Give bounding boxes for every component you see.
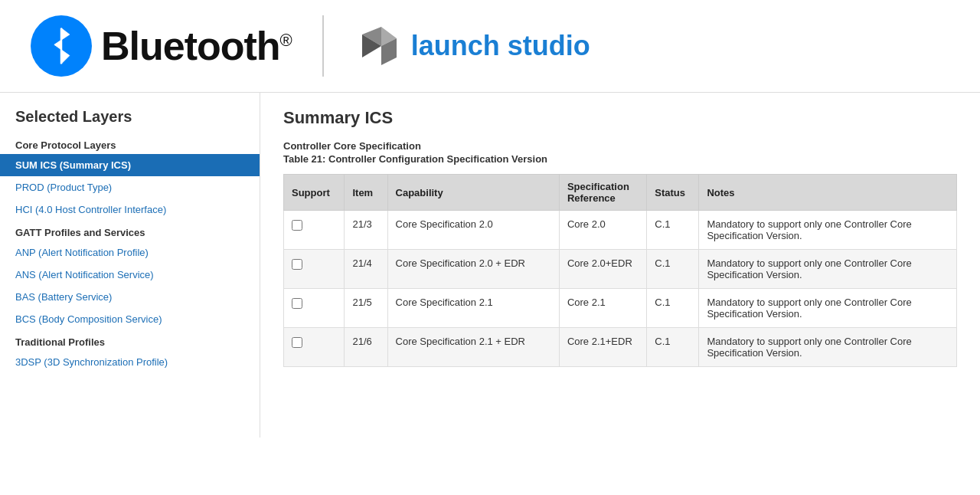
col-header-specref: Specification Reference [559, 175, 646, 211]
launch-studio-text: launch studio [411, 30, 590, 62]
cell-support-3 [284, 328, 345, 367]
cell-capability-1: Core Specification 2.0 + EDR [387, 250, 559, 289]
cell-item-0: 21/3 [345, 211, 387, 250]
sidebar-title: Selected Layers [0, 108, 260, 133]
content-area: Summary ICS Controller Core Specificatio… [260, 93, 980, 438]
cell-status-1: C.1 [647, 250, 699, 289]
cell-status-3: C.1 [647, 328, 699, 367]
cell-specref-3: Core 2.1+EDR [559, 328, 646, 367]
cell-support-1 [284, 250, 345, 289]
table-row: 21/4 Core Specification 2.0 + EDR Core 2… [284, 250, 957, 289]
cell-notes-0: Mandatory to support only one Controller… [699, 211, 957, 250]
col-header-support: Support [284, 175, 345, 211]
cell-specref-0: Core 2.0 [559, 211, 646, 250]
sidebar-item-anp[interactable]: ANP (Alert Notification Profile) [0, 241, 260, 264]
sidebar-item-sum-ics[interactable]: SUM ICS (Summary ICS) [0, 154, 260, 176]
cell-item-3: 21/6 [345, 328, 387, 367]
sidebar-item-hci[interactable]: HCI (4.0 Host Controller Interface) [0, 198, 260, 221]
main-container: Selected Layers Core Protocol Layers SUM… [0, 93, 980, 438]
sidebar-item-3dsp[interactable]: 3DSP (3D Synchronization Profile) [0, 351, 260, 373]
cell-capability-2: Core Specification 2.1 [387, 289, 559, 328]
cell-specref-1: Core 2.0+EDR [559, 250, 646, 289]
col-header-capability: Capability [387, 175, 559, 211]
table-title: Table 21: Controller Configuration Speci… [283, 153, 957, 165]
sidebar-item-bas[interactable]: BAS (Battery Service) [0, 286, 260, 308]
sidebar-section-core-protocol-layers: Core Protocol Layers [0, 133, 260, 154]
cell-notes-3: Mandatory to support only one Controller… [699, 328, 957, 367]
launch-studio-logo-group: launch studio [354, 23, 590, 69]
col-header-item: Item [345, 175, 387, 211]
cell-notes-2: Mandatory to support only one Controller… [699, 289, 957, 328]
launch-studio-icon [354, 23, 400, 69]
sidebar-section-traditional-profiles: Traditional Profiles [0, 330, 260, 351]
page-header: Bluetooth® launch studio [0, 0, 980, 93]
support-checkbox-1[interactable] [292, 259, 302, 270]
cell-status-0: C.1 [647, 211, 699, 250]
table-row: 21/3 Core Specification 2.0 Core 2.0 C.1… [284, 211, 957, 250]
bluetooth-logo-circle [31, 15, 92, 77]
cell-status-2: C.1 [647, 289, 699, 328]
support-checkbox-3[interactable] [292, 337, 302, 348]
cell-support-0 [284, 211, 345, 250]
cell-capability-0: Core Specification 2.0 [387, 211, 559, 250]
support-checkbox-0[interactable] [292, 220, 302, 231]
sidebar-section-gatt-profiles: GATT Profiles and Services [0, 221, 260, 241]
sidebar-item-ans[interactable]: ANS (Alert Notification Service) [0, 264, 260, 286]
cell-item-2: 21/5 [345, 289, 387, 328]
table-row: 21/5 Core Specification 2.1 Core 2.1 C.1… [284, 289, 957, 328]
content-title: Summary ICS [283, 108, 957, 128]
ics-table: Support Item Capability Specification Re… [283, 174, 957, 367]
col-header-status: Status [647, 175, 699, 211]
cell-item-1: 21/4 [345, 250, 387, 289]
sidebar-item-bcs[interactable]: BCS (Body Composition Service) [0, 308, 260, 330]
col-header-notes: Notes [699, 175, 957, 211]
sidebar-item-prod[interactable]: PROD (Product Type) [0, 176, 260, 198]
table-section-header: Controller Core Specification [283, 140, 957, 152]
sidebar: Selected Layers Core Protocol Layers SUM… [0, 93, 260, 438]
cell-support-2 [284, 289, 345, 328]
header-divider [322, 15, 324, 77]
bluetooth-logo-group: Bluetooth® [31, 15, 292, 77]
cell-capability-3: Core Specification 2.1 + EDR [387, 328, 559, 367]
table-row: 21/6 Core Specification 2.1 + EDR Core 2… [284, 328, 957, 367]
bluetooth-wordmark: Bluetooth® [101, 23, 292, 69]
cell-specref-2: Core 2.1 [559, 289, 646, 328]
support-checkbox-2[interactable] [292, 298, 302, 309]
cell-notes-1: Mandatory to support only one Controller… [699, 250, 957, 289]
